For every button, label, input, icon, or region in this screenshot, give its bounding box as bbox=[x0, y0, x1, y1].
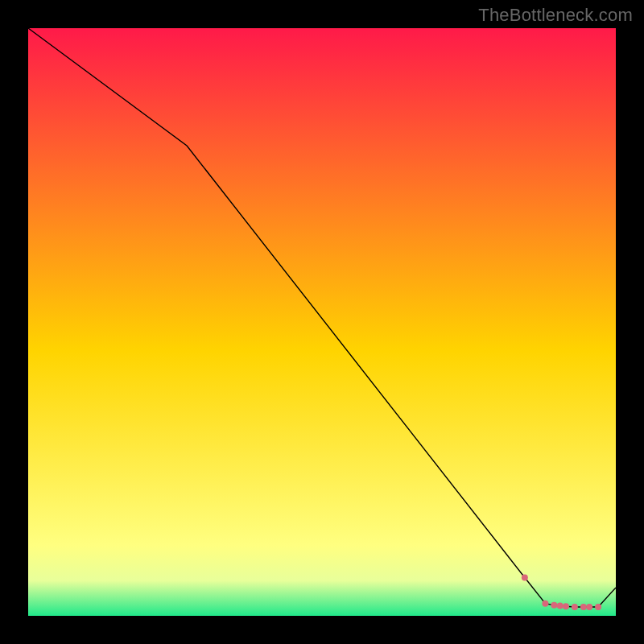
chart-plot bbox=[28, 28, 616, 616]
data-point-marker bbox=[551, 602, 557, 609]
data-point-marker bbox=[586, 604, 592, 610]
data-point-marker bbox=[580, 604, 587, 610]
data-point-marker bbox=[522, 575, 528, 581]
watermark-text: TheBottleneck.com bbox=[478, 5, 633, 26]
data-point-marker bbox=[542, 601, 548, 607]
data-point-marker bbox=[563, 603, 569, 609]
chart-background bbox=[28, 28, 616, 616]
chart-stage: TheBottleneck.com bbox=[0, 0, 644, 644]
data-point-marker bbox=[557, 603, 564, 609]
data-point-marker bbox=[572, 604, 578, 610]
data-point-marker bbox=[595, 604, 601, 610]
